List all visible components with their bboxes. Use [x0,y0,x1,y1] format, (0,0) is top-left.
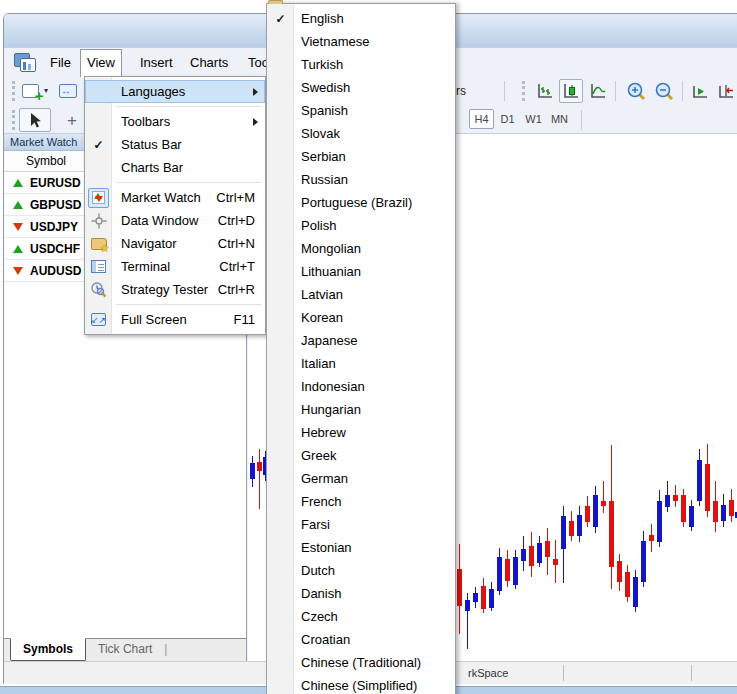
toolbar-separator [581,110,582,130]
tab-tick-chart[interactable]: Tick Chart [86,639,164,661]
language-item-english[interactable]: ✓English [267,7,455,30]
language-item-estonian[interactable]: Estonian [267,536,455,559]
language-item-german[interactable]: German [267,467,455,490]
language-item-dutch[interactable]: Dutch [267,559,455,582]
menu-item-label: Market Watch [112,190,216,205]
timeframe-button-h4[interactable]: H4 [469,109,494,129]
menu-item-gutter: ★ [85,238,112,250]
toolbar-grip[interactable] [12,110,15,130]
zoom-out-button[interactable] [652,80,676,102]
language-item-italian[interactable]: Italian [267,352,455,375]
menu-file[interactable]: File [44,49,77,77]
language-item-latvian[interactable]: Latvian [267,283,455,306]
new-chart-icon: + [22,84,39,98]
view-dropdown-menu: LanguagesToolbars✓Status BarCharts BarMa… [84,76,266,335]
language-item-turkish[interactable]: Turkish [267,53,455,76]
language-item-hebrew[interactable]: Hebrew [267,421,455,444]
language-item-indonesian[interactable]: Indonesian [267,375,455,398]
language-item-chinese-simplified[interactable]: Chinese (Simplified) [267,674,455,694]
language-item-spanish[interactable]: Spanish [267,99,455,122]
crosshair-icon: + [67,112,77,129]
view-menu-item-data-window[interactable]: Data WindowCtrl+D [85,209,265,232]
view-menu-item-full-screen[interactable]: ↙↗Full ScreenF11 [85,308,265,331]
up-arrow-icon [13,179,23,187]
language-item-portuguese-brazil[interactable]: Portuguese (Brazil) [267,191,455,214]
menu-item-gutter: ↙↗ [85,313,112,326]
tab-symbols[interactable]: Symbols [10,638,86,661]
tile-windows-icon: ↔ [59,84,77,98]
toolbar-separator [682,81,683,101]
menu-item-shortcut: Ctrl+N [218,236,265,251]
menu-item-label: Languages [112,84,265,99]
language-label: Chinese (Traditional) [294,655,455,670]
toolbar-grip[interactable] [12,81,15,101]
menu-item-shortcut: Ctrl+T [219,259,265,274]
candlestick-chart-button[interactable] [559,79,583,103]
new-chart-button[interactable]: + [19,81,41,101]
language-item-swedish[interactable]: Swedish [267,76,455,99]
language-item-czech[interactable]: Czech [267,605,455,628]
candle-body [617,561,622,582]
candle-body [641,541,646,582]
timeframe-button-w1[interactable]: W1 [521,109,546,129]
language-item-french[interactable]: French [267,490,455,513]
candle-body [665,495,670,507]
timeframe-button-mn[interactable]: MN [547,109,572,129]
screen: FileViewInsertChartsTools + ▾ ↔ Indicato… [0,0,737,694]
view-menu-item-strategy-tester[interactable]: Strategy TesterCtrl+R [85,278,265,301]
language-item-chinese-traditional[interactable]: Chinese (Traditional) [267,651,455,674]
timeframe-button-d1[interactable]: D1 [495,109,520,129]
cursor-tool-button[interactable] [19,108,51,132]
view-menu-item-charts-bar[interactable]: Charts Bar [85,156,265,179]
statusbar-divider [691,665,692,681]
candle-body [585,506,590,522]
view-menu-item-languages[interactable]: Languages [85,80,265,103]
language-item-greek[interactable]: Greek [267,444,455,467]
language-item-japanese[interactable]: Japanese [267,329,455,352]
candle-body [577,515,582,536]
bar-chart-button[interactable] [534,80,556,102]
language-item-mongolian[interactable]: Mongolian [267,237,455,260]
view-menu-item-navigator[interactable]: ★NavigatorCtrl+N [85,232,265,255]
language-label: Hungarian [294,402,455,417]
candle-body [497,557,502,591]
toolbar-separator [615,81,616,101]
language-item-farsi[interactable]: Farsi [267,513,455,536]
auto-scroll-button[interactable] [689,80,711,102]
view-menu-item-status-bar[interactable]: ✓Status Bar [85,133,265,156]
line-chart-button[interactable] [587,80,609,102]
candle-body [505,559,510,581]
view-menu-item-toolbars[interactable]: Toolbars [85,110,265,133]
language-item-polish[interactable]: Polish [267,214,455,237]
candle-body [513,557,518,585]
candle-body [705,464,710,511]
chart-shift-button[interactable] [715,80,737,102]
menu-view[interactable]: View [80,49,122,77]
language-item-slovak[interactable]: Slovak [267,122,455,145]
language-label: Mongolian [294,241,455,256]
profiles-button[interactable]: ↔ [56,81,80,101]
language-item-danish[interactable]: Danish [267,582,455,605]
menu-separator [85,103,265,110]
zoom-in-button[interactable] [624,80,648,102]
language-item-serbian[interactable]: Serbian [267,145,455,168]
candle-body [521,549,526,561]
menu-item-label: Navigator [112,236,218,251]
view-menu-item-terminal[interactable]: TerminalCtrl+T [85,255,265,278]
menu-insert[interactable]: Insert [134,49,179,77]
submenu-arrow-icon [253,118,258,126]
toolbar-grip[interactable] [522,81,525,101]
language-item-korean[interactable]: Korean [267,306,455,329]
new-chart-dropdown-caret[interactable]: ▾ [44,86,48,95]
language-item-lithuanian[interactable]: Lithuanian [267,260,455,283]
language-label: Korean [294,310,455,325]
language-label: Vietnamese [294,34,455,49]
language-label: Indonesian [294,379,455,394]
language-item-croatian[interactable]: Croatian [267,628,455,651]
language-item-vietnamese[interactable]: Vietnamese [267,30,455,53]
menu-charts[interactable]: Charts [184,49,234,77]
language-item-russian[interactable]: Russian [267,168,455,191]
language-item-hungarian[interactable]: Hungarian [267,398,455,421]
view-menu-item-market-watch[interactable]: Market WatchCtrl+M [85,186,265,209]
candle-body [553,559,558,565]
